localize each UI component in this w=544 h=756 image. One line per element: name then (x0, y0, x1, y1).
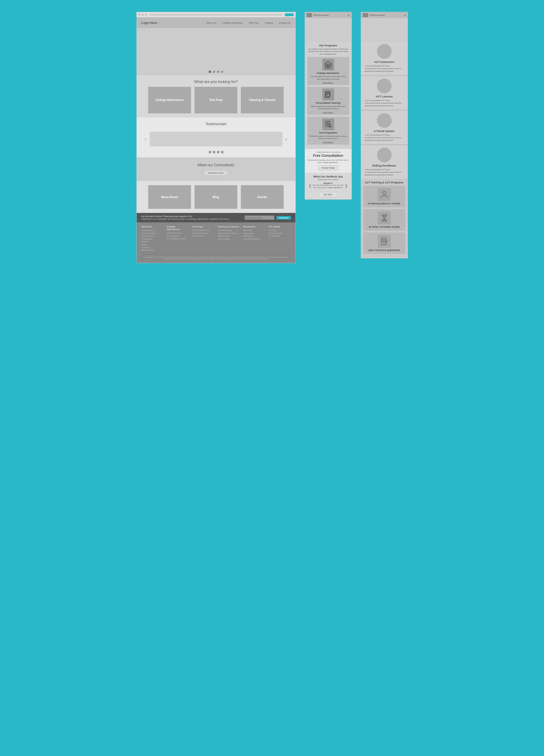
nav-item-about[interactable]: About Us (207, 22, 216, 24)
footer-college-item-1[interactable]: Private Consulting (167, 232, 189, 235)
rolling-enrollment-bullets: • Over 25 specialized ACT tutors • All i… (363, 168, 405, 176)
mobile-tutoring-card-title: Personalized Tutoring (309, 102, 347, 104)
footer-tutoring-item-3[interactable]: English Classes (218, 235, 240, 238)
act-instructors-bullets: • Over 25 specialized ACT tutors • All i… (363, 65, 405, 73)
hero-dot-3[interactable] (217, 71, 219, 73)
mobile-testprep-learn-more[interactable]: Learn more > (309, 141, 347, 143)
browser-dot-green (145, 14, 147, 16)
four-tiered-bullets: • Over 25 specialized ACT tutors • All i… (363, 134, 405, 142)
card-college-admissions[interactable]: College Admissions (148, 87, 191, 113)
hero-dot-1[interactable] (209, 71, 211, 73)
testimonial-student-name: Sachin P. (312, 182, 344, 184)
news-card-newsroom[interactable]: News Room (148, 185, 191, 209)
hero-carousel-dots (209, 71, 224, 73)
mobile-tutoring-card-desc: Ultra low teacher-to-student ratio offer… (309, 105, 347, 110)
desktop-footer: About Us Company History Partner Consult… (137, 222, 295, 263)
news-card-blog[interactable]: Blog (195, 185, 237, 209)
browser-action-btn[interactable] (285, 13, 294, 16)
footer-media-item-2[interactable]: TTL Chinese Blog (269, 232, 290, 235)
mobile-program-card-testprep: Test Preparation ThinkTank students cons… (307, 117, 349, 145)
svg-line-15 (330, 127, 331, 128)
testimonial-dot-4[interactable] (221, 151, 224, 153)
footer-testprep-item-1[interactable]: ACT/ACT Boot Camp (192, 229, 214, 232)
footer-about-item-2[interactable]: Partner Consulting (141, 232, 163, 235)
footer-testprep-item-2[interactable]: SAT/SAT Boot Camp (192, 232, 214, 235)
card-test-prep[interactable]: Test Prep (195, 87, 237, 113)
stat-card-questions: 3000+ PRACTICE QUESTIONS (363, 232, 405, 254)
footer-col-about: About Us Company History Partner Consult… (141, 225, 163, 252)
footer-col-tutoring-title: Tutoring & Classes (218, 225, 240, 228)
mobile-college-learn-more[interactable]: Learn more > (309, 82, 347, 83)
card-tutoring-classes[interactable]: Tutoring & Classes (241, 87, 283, 113)
desktop-hero (137, 28, 295, 75)
subscribe-input[interactable] (245, 216, 274, 220)
consult-subtitle: College Admissions Consultants (307, 151, 349, 153)
footer-testprep-item-3[interactable]: Class schedule (192, 235, 214, 238)
testimonial-dot-1[interactable] (209, 151, 211, 153)
browser-dot-red (139, 14, 141, 16)
act-tutoring-title: ACT Tutoring & ACT Programs (363, 181, 405, 184)
news-card-events[interactable]: Events (241, 185, 283, 209)
footer-tutoring-item-4[interactable]: Class Schedule (218, 238, 240, 241)
nav-item-testprep[interactable]: Test Prep (249, 22, 259, 24)
person-icon (378, 188, 391, 201)
desktop-logo: Logo Here (141, 21, 157, 25)
testimonial-prev-arrow[interactable]: ‹ (145, 136, 147, 142)
nav-item-contact[interactable]: Contact Us (279, 22, 291, 24)
testimonial-prev-button[interactable]: ❮ (308, 183, 312, 188)
testprep-doc-icon (322, 118, 334, 130)
footer-about-item-7[interactable]: Contact Us (141, 246, 163, 249)
testimonial-dot-3[interactable] (217, 151, 219, 153)
footer-media-item-3[interactable]: TTL Magazine (269, 235, 290, 238)
testimonial-navigation: ❮ Sachin P. We work with students one-on… (307, 182, 349, 189)
right-mobile-logo-area: ThinkTank Learning (363, 13, 385, 17)
nav-item-college[interactable]: College admissions (222, 22, 243, 24)
footer-college-item-3[interactable]: ECY Admission Results (167, 237, 189, 240)
footer-resources-item-1[interactable]: News room (243, 229, 265, 232)
footer-about-item-5[interactable]: Locations (141, 240, 163, 243)
svg-marker-1 (325, 61, 332, 64)
footer-about-item-4[interactable]: For Educators (141, 238, 163, 241)
testimonial-next-button[interactable]: ❯ (344, 183, 348, 188)
search-section-title: What are you looking for? (143, 79, 289, 84)
footer-tutoring-item-1[interactable]: Homework Helper (218, 229, 240, 232)
mobile-testimonials-subtitle: Testimonials from students (307, 179, 349, 180)
testimonial-dot-2[interactable] (213, 151, 215, 153)
act-lessons-section: ACT Lessons • Over 25 specialized ACT tu… (361, 76, 408, 110)
footer-about-item-3[interactable]: Our Consultants (141, 235, 163, 238)
testimonial-nav-dots (143, 151, 289, 153)
mobile-college-card-title: College Admissions (309, 72, 347, 74)
footer-about-item-8[interactable]: Media Relations (141, 249, 163, 252)
browser-url-bar[interactable] (149, 14, 282, 16)
subscribe-button[interactable]: Subscribe (276, 216, 290, 219)
mobile-testprep-card-title: Test Preparation (309, 131, 347, 134)
hero-dot-2[interactable] (213, 71, 215, 73)
footer-resources-item-2[interactable]: Inspire Andy (243, 232, 265, 235)
footer-college-item-2[interactable]: Our Consultants (167, 235, 189, 238)
footer-tutoring-item-2[interactable]: Math & Science Classes (218, 232, 240, 235)
see-more-button[interactable]: See More (318, 192, 337, 197)
footer-media-item-1[interactable]: TTL Blog (269, 229, 290, 232)
search-section: What are you looking for? College Admiss… (137, 75, 295, 118)
footer-col-college-title: College Admissions (167, 225, 189, 231)
contact-today-button[interactable]: Contact Today (318, 165, 338, 170)
hamburger-menu-icon[interactable]: ≡ (348, 14, 350, 17)
footer-col-resources: Resources News room Inspire Andy Partner… (243, 225, 265, 252)
stat-tutors-label: 24 SPECIALIZED ACT TUTORS (366, 202, 403, 205)
mobile-tutoring-learn-more[interactable]: Learn more > (309, 111, 347, 113)
footer-about-item-6[interactable]: Careers (141, 243, 163, 246)
mobile-testimonials-title: What Our Students Say (307, 175, 349, 178)
right-hamburger-menu-icon[interactable]: ≡ (404, 14, 406, 17)
checklist-icon (378, 235, 391, 248)
footer-resources-item-4[interactable]: Application Deadline (243, 238, 265, 241)
footer-resources-item-3[interactable]: Partnership (243, 235, 265, 238)
four-tiered-section: 4-Tiered System • Over 25 specialized AC… (361, 111, 408, 144)
footer-about-item-1[interactable]: Company History (141, 229, 163, 232)
mobile-program-card-tutoring: Personalized Tutoring Ultra low teacher-… (307, 87, 349, 115)
testimonial-next-arrow[interactable]: › (285, 136, 287, 142)
hero-dot-4[interactable] (221, 71, 224, 73)
read-form-button[interactable]: Read the form (204, 170, 228, 176)
testimonial-text (150, 132, 282, 146)
nav-item-tutoring[interactable]: Tutoring (265, 22, 273, 24)
footer-col-media-title: TTL Media (269, 225, 290, 228)
